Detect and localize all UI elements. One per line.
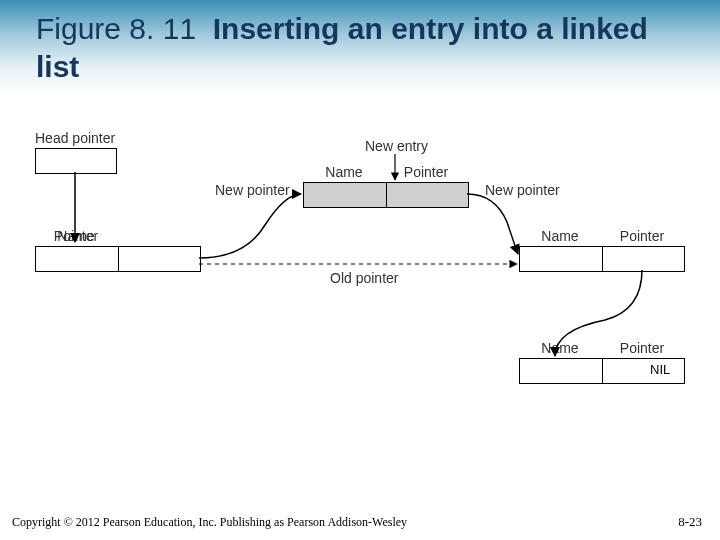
linked-list-diagram: Head pointer Name Pointer New entry New …	[35, 130, 685, 420]
diagram-arrows	[35, 130, 685, 420]
arrow-new-pointer-left	[199, 194, 301, 258]
arrow-new-pointer-right	[467, 194, 518, 254]
figure-number: Figure 8. 11	[36, 12, 196, 45]
figure-title: Figure 8. 11 Inserting an entry into a l…	[36, 10, 676, 85]
page-number: 8-23	[678, 514, 702, 530]
arrow-node2-to-node3	[555, 270, 642, 356]
copyright: Copyright © 2012 Pearson Education, Inc.…	[12, 515, 407, 530]
